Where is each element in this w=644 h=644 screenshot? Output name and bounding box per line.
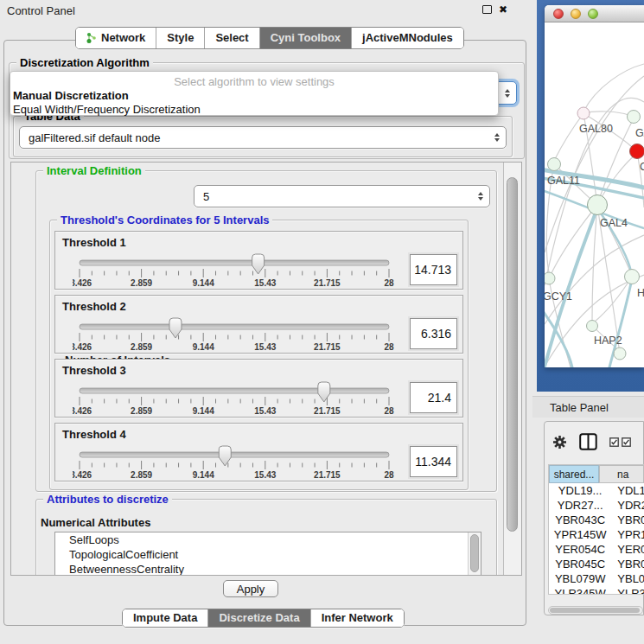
tab-label: Style (167, 31, 194, 44)
table-row[interactable]: YDR27...YDR2 (549, 498, 644, 513)
table-cell: YBR0 (611, 513, 644, 526)
top-tab-jactivemnodules[interactable]: jActiveMNodules (351, 28, 463, 48)
svg-text:-3.426: -3.426 (73, 342, 92, 352)
bottom-tab-impute-data[interactable]: Impute Data (123, 609, 207, 627)
network-icon (86, 32, 97, 44)
bottom-tab-infer-network[interactable]: Infer Network (310, 609, 404, 627)
table-toolbar (545, 429, 643, 455)
table-row[interactable]: YER054CYER0 (549, 542, 644, 557)
numerical-attributes-list[interactable]: SelfLoopsTopologicalCoefficientBetweenne… (54, 532, 481, 576)
table-row[interactable]: YBR045CYBR0 (549, 557, 644, 571)
table-cell: YPR1 (611, 528, 644, 541)
checkbox-icon[interactable] (609, 437, 619, 447)
network-canvas[interactable]: GAL80GACGAL11GAL4GCY1HHAP2 (545, 22, 644, 367)
control-panel-title: Control Panel (0, 4, 75, 17)
gear-icon[interactable] (552, 435, 567, 450)
threshold-slider[interactable]: -3.4262.8599.14415.4321.71528 (73, 249, 418, 289)
bottom-tab-discretize-data[interactable]: Discretize Data (207, 609, 309, 627)
network-node-label: GAL4 (600, 217, 628, 229)
table-cell: YDR27... (549, 499, 611, 512)
top-tab-style[interactable]: Style (156, 28, 204, 48)
network-node-label: GAL80 (579, 123, 613, 135)
dropdown-option-equal-width-frequency-discretization[interactable]: Equal Width/Frequency Discretization (10, 102, 498, 116)
network-node[interactable] (630, 144, 644, 159)
table-cell: YDL19... (549, 484, 611, 497)
network-node[interactable] (577, 107, 590, 119)
threshold-value-field[interactable]: 14.713 (410, 254, 457, 285)
table-cell: YDL1 (611, 484, 644, 497)
slider-handle[interactable] (318, 382, 330, 402)
table-row[interactable]: YBL079WYBL0 (549, 571, 644, 586)
checkbox-icon[interactable] (622, 437, 631, 447)
dropdown-option-manual-discretization[interactable]: Manual Discretization (10, 88, 498, 102)
table-column-header-2[interactable]: na (599, 465, 644, 483)
top-tab-network[interactable]: Network (76, 28, 156, 48)
tab-label: Infer Network (322, 611, 393, 624)
svg-text:21.715: 21.715 (314, 470, 341, 480)
svg-text:21.715: 21.715 (314, 342, 341, 352)
node-attribute-table[interactable]: shared...naYDL19...YDL1YDR27...YDR2YBR04… (548, 464, 644, 595)
settings-scrollbar[interactable] (503, 163, 521, 575)
settings-scrollbar-thumb[interactable] (507, 177, 518, 532)
network-node[interactable] (587, 321, 598, 332)
settings-scroll-panel: Interval Definition Number of Intervals … (10, 162, 522, 576)
number-of-intervals-combobox[interactable]: 5 (194, 185, 490, 207)
table-hscrollbar-thumb[interactable] (550, 608, 640, 613)
table-row[interactable]: YLR345WYLR3 (549, 586, 644, 595)
minimize-traffic-light-icon[interactable] (571, 9, 581, 19)
threshold-slider[interactable]: -3.4262.8599.14415.4321.71528 (73, 377, 418, 417)
discretization-algorithm-group-title: Discretization Algorithm (16, 56, 153, 69)
apply-button[interactable]: Apply (223, 580, 278, 597)
slider-handle[interactable] (169, 318, 182, 338)
network-node[interactable] (545, 272, 555, 284)
close-traffic-light-icon[interactable] (553, 9, 564, 19)
slider-handle[interactable] (252, 254, 265, 274)
table-data-combobox[interactable]: galFiltered.sif default node (19, 126, 507, 149)
screenshot-root: Control Panel ✖ NetworkStyleSelectCyni T… (0, 0, 644, 644)
svg-text:-3.426: -3.426 (73, 470, 92, 480)
network-node[interactable] (625, 270, 640, 284)
attribute-list-item[interactable]: TopologicalCoefficient (55, 547, 481, 562)
zoom-traffic-light-icon[interactable] (588, 9, 598, 19)
slider-handle[interactable] (219, 446, 231, 466)
table-panel-window: shared...naYDL19...YDL1YDR27...YDR2YBR04… (544, 421, 644, 615)
network-node-label: H (637, 287, 644, 299)
attribute-list-item[interactable]: SelfLoops (55, 532, 481, 547)
split-columns-icon[interactable] (579, 433, 597, 450)
svg-text:21.715: 21.715 (314, 406, 341, 416)
table-horizontal-scrollbar[interactable] (548, 606, 643, 615)
table-column-header-1[interactable]: shared... (549, 465, 599, 483)
list-scrollbar[interactable] (468, 532, 481, 576)
svg-text:28: 28 (384, 406, 394, 416)
attribute-list-item[interactable]: BetweennessCentrality (55, 562, 481, 576)
svg-text:2.859: 2.859 (131, 278, 152, 288)
svg-text:15.43: 15.43 (254, 406, 276, 416)
svg-text:2.859: 2.859 (131, 406, 152, 416)
table-row[interactable]: YPR145WYPR1 (549, 527, 644, 542)
network-node[interactable] (548, 158, 561, 171)
table-cell: YBL0 (611, 572, 644, 585)
threshold-value-field[interactable]: 21.4 (410, 382, 457, 413)
table-row[interactable]: YDL19...YDL1 (549, 483, 644, 498)
threshold-slider[interactable]: -3.4262.8599.14415.4321.71528 (73, 441, 418, 481)
table-row[interactable]: YBR043CYBR0 (549, 513, 644, 527)
interval-definition-group-title: Interval Definition (43, 164, 145, 177)
top-tab-cyni-toolbox[interactable]: Cyni Toolbox (259, 28, 351, 48)
network-node-label: HAP2 (594, 335, 622, 347)
threshold-value-field[interactable]: 11.344 (410, 446, 457, 477)
threshold-panel-3: Threshold 3-3.4262.8599.14415.4321.71528… (54, 359, 463, 418)
threshold-value-field[interactable]: 6.316 (410, 318, 457, 349)
svg-text:2.859: 2.859 (131, 470, 152, 480)
threshold-slider[interactable]: -3.4262.8599.14415.4321.71528 (73, 313, 418, 353)
svg-text:-3.426: -3.426 (73, 406, 92, 416)
top-tab-select[interactable]: Select (204, 28, 258, 48)
float-window-icon[interactable] (482, 5, 492, 14)
network-node[interactable] (614, 348, 626, 360)
svg-text:15.43: 15.43 (254, 470, 276, 480)
network-node[interactable] (588, 195, 608, 215)
network-node[interactable] (628, 111, 641, 124)
list-scrollbar-thumb[interactable] (470, 534, 479, 572)
close-icon[interactable]: ✖ (499, 4, 507, 15)
svg-text:28: 28 (384, 278, 394, 288)
table-cell: YBR043C (549, 513, 611, 526)
